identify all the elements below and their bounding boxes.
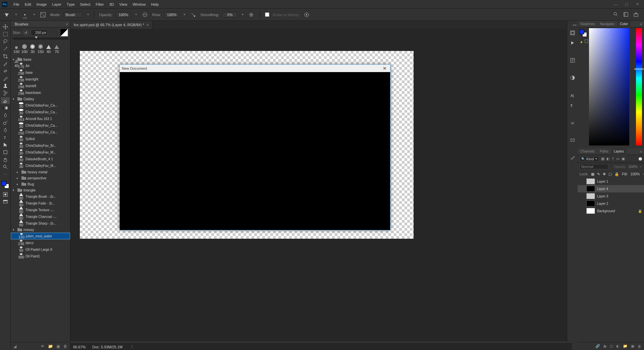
eyedropper-tool-icon[interactable] [1,60,10,67]
brush-item[interactable]: 80Triangle Texture -... [11,207,70,213]
crop-tool-icon[interactable] [1,53,10,60]
layer-thumbnail[interactable] [586,178,595,184]
chevron-down-icon[interactable]: ▼ [643,173,644,175]
blend-mode-dropdown[interactable]: Normal [580,164,608,169]
layer-row[interactable]: Layer 4 [578,185,644,192]
flow-input[interactable]: 100% [164,12,179,17]
layer-thumbnail[interactable] [586,186,595,192]
panel-menu-icon[interactable]: ≡ [640,150,644,154]
status-chevron-icon[interactable]: 〉 [131,344,135,349]
brush-thumb[interactable]: 100 [21,40,28,54]
workspace-icon[interactable] [623,12,629,18]
menu-view[interactable]: View [117,0,130,9]
fill-value[interactable]: 100% [630,172,640,176]
chevron-down-icon[interactable]: ▼ [15,13,17,16]
brush-settings-panel-icon[interactable] [569,154,576,161]
smoothing-options-icon[interactable] [247,11,255,19]
color-field[interactable] [589,28,629,145]
layer-row[interactable]: Layer 3 [578,192,644,200]
brush-item[interactable]: 30ChrisOatleyFav_Br... [11,142,70,149]
doc-info[interactable]: Doc: 5.93M/25.1M [92,345,122,349]
panel-menu-icon[interactable]: ≡ [640,22,644,26]
layers-tab[interactable]: Layers [611,148,627,155]
document-tab[interactable]: fox spirit.psd @ 66.7% (Layer 4, RGB/8#)… [70,21,153,29]
brush-size-input[interactable]: 150 px [31,30,48,36]
layer-fx-icon[interactable]: fx [603,344,606,348]
brush-thumb[interactable]: 40 [45,40,52,54]
gradient-tool-icon[interactable] [1,105,10,111]
expand-panels-icon[interactable]: ◀◀ [572,23,576,26]
brush-item[interactable]: 298leanleft [11,82,70,89]
channels-tab[interactable]: Channels [578,148,597,155]
filter-toggle[interactable] [639,157,642,161]
filter-pixel-icon[interactable]: ▦ [601,157,604,161]
layer-name[interactable]: Layer 1 [597,180,608,183]
edit-toolbar-icon[interactable]: ⋯ [1,171,10,178]
brush-subfolder[interactable]: ▸perspective [11,175,70,181]
brush-item[interactable]: 150julien_mod_water [11,233,70,239]
smoothing-input[interactable]: 0% [222,12,237,17]
menu-window[interactable]: Window [130,0,148,9]
brush-item[interactable]: 30DaisukeBrush_4 1 [11,156,70,162]
pressure-opacity-icon[interactable] [141,11,149,19]
brush-item[interactable]: 236darcz [11,239,70,246]
tool-preset-icon[interactable] [3,11,11,19]
reset-brush-icon[interactable]: ↺ [23,30,29,36]
brush-folder[interactable]: ▾triangle [11,187,70,193]
layer-mask-icon[interactable]: ◻ [610,344,613,348]
brush-folder[interactable]: ▾messy [11,227,70,233]
maximize-icon[interactable]: ▢ [622,1,631,8]
brush-item[interactable]: 80Triangle Fade - (b... [11,200,70,207]
hue-slider-handle[interactable] [635,68,643,70]
adjustments-panel-icon[interactable] [569,74,576,81]
menu-filter[interactable]: Filter [93,0,106,9]
marquee-tool-icon[interactable] [1,31,10,38]
foreground-color-swatch[interactable] [2,181,6,186]
websafe-warning-icon[interactable] [585,40,588,43]
brush-item[interactable]: 30ChrisOatleyFav_M... [11,149,70,156]
dialog-close-icon[interactable]: ✕ [381,66,388,71]
chevron-down-icon[interactable]: ▼ [640,166,642,168]
brush-item[interactable]: 30Softoil [11,135,70,142]
brush-thumb[interactable]: 150 [13,40,20,54]
lock-all-icon[interactable]: 🔒 [614,172,619,176]
gamut-warning-icon[interactable]: ▲ [580,40,583,44]
color-tab[interactable]: Color [617,21,631,27]
brush-thumb[interactable]: 70 [53,40,60,54]
lock-position-icon[interactable]: ✥ [603,172,606,176]
brush-item[interactable]: 30ChrisOatleyFav_M... [11,162,70,169]
eraser-tool-icon[interactable] [1,97,10,104]
trash-icon[interactable]: 🗑 [63,344,67,349]
brush-preview-icon[interactable]: 150 [21,11,29,19]
menu-3d[interactable]: 3D [107,0,117,9]
lasso-tool-icon[interactable] [1,38,10,45]
menu-type[interactable]: Type [64,0,77,9]
chevron-down-icon[interactable]: ▼ [183,13,186,16]
link-layers-icon[interactable]: 🔗 [595,344,600,348]
layer-thumbnail[interactable] [586,208,595,214]
brush-item[interactable]: 298base [11,69,70,76]
new-folder-icon[interactable]: 📁 [48,344,53,349]
close-icon[interactable]: ✕ [633,1,642,8]
lock-pixels-icon[interactable]: ✎ [597,172,600,176]
mode-dropdown[interactable]: Brush [64,12,83,17]
layer-opacity-value[interactable]: 100% [628,165,638,169]
brushes-tab[interactable]: Brushes [13,22,30,26]
adjustment-layer-icon[interactable]: ◐ [616,344,620,348]
brush-settings-icon[interactable] [39,11,47,19]
paths-tab[interactable]: Paths [597,148,611,155]
brush-preview-toggle[interactable] [60,28,68,37]
menu-select[interactable]: Select [77,0,93,9]
brush-item[interactable]: 150ChrisOatleyFav_Ca... [11,129,70,135]
foreground-background-colors[interactable] [2,181,9,188]
layer-row[interactable]: Layer 2 [578,200,644,207]
close-tab-icon[interactable]: ✕ [146,23,149,27]
menu-layer[interactable]: Layer [49,0,64,9]
properties-panel-icon[interactable] [569,57,576,64]
brush-folder[interactable]: ▾base [11,56,70,62]
brush-tree[interactable]: ▾base175Air298base298leanright298leanlef… [11,56,70,342]
brush-item[interactable]: 175Air [11,62,70,69]
new-group-icon[interactable]: 📁 [623,344,628,348]
chevron-down-icon[interactable]: ▼ [87,13,89,16]
layer-thumbnail[interactable] [586,200,595,207]
